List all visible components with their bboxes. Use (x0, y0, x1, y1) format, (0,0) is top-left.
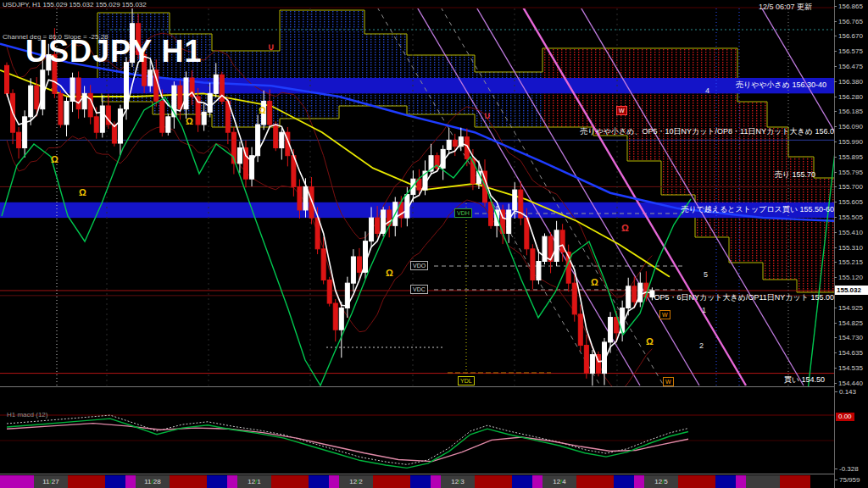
update-timestamp: 12/5 06:07 更新 (759, 2, 812, 13)
macd-scale-bottom: -0.328 (839, 465, 859, 473)
price-axis[interactable]: 155.032 0.143 0.00 -0.328 75/959 (834, 0, 868, 488)
macd-indicator-label: H1 macd (12) (7, 411, 47, 419)
chart-window: USDJPY, H1 155.029 155.032 155.029 155.0… (0, 0, 868, 488)
watermark-title: USDJPY H1 (25, 34, 202, 69)
current-price-box: 155.032 (835, 286, 868, 295)
chart-canvas[interactable] (0, 0, 868, 488)
macd-scale-top: 0.143 (839, 388, 856, 396)
symbol-ohlc-readout: USDJPY, H1 155.029 155.032 155.029 155.0… (3, 1, 147, 8)
bar-counter: 75/959 (839, 476, 860, 484)
macd-zero-box: 0.00 (836, 413, 854, 421)
